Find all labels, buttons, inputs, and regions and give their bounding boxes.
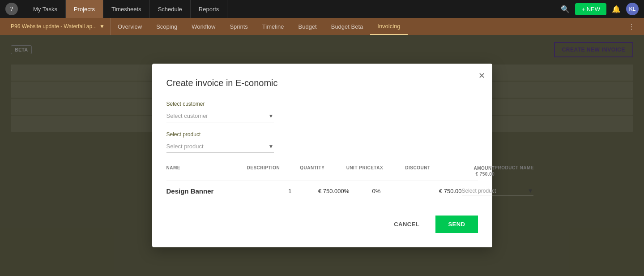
customer-label: Select customer [166,101,478,107]
row-amount: € 750.00 [413,188,462,194]
col-description: DESCRIPTION [247,165,280,177]
modal-overlay: ✕ Create invoice in E-conomic Select cus… [0,35,644,276]
logo-icon: ? [10,6,13,12]
close-button[interactable]: ✕ [478,71,485,81]
notifications-icon[interactable]: 🔔 [612,5,621,13]
chevron-down-icon: ▼ [528,187,533,194]
search-icon[interactable]: 🔍 [561,5,570,13]
nav-items: My Tasks Projects Timesheets Schedule Re… [25,0,561,18]
nav-item-my-tasks[interactable]: My Tasks [25,0,66,18]
send-button[interactable]: SEND [435,216,478,233]
sub-nav-tabs: Overview Scoping Workflow Sprints Timeli… [111,18,624,35]
tab-scoping[interactable]: Scoping [149,18,184,35]
row-unit-price: € 750.00 [292,188,341,194]
col-tax: TAX [374,165,405,177]
customer-form-group: Select customer Select customer ▼ [166,101,478,122]
tab-overview[interactable]: Overview [111,18,149,35]
chevron-down-icon: ▼ [99,23,105,30]
modal-title: Create invoice in E-conomic [166,78,478,88]
col-unit-price: UNIT PRICE [324,165,374,177]
cancel-button[interactable]: CANCEL [385,216,428,233]
col-product-name: PRODUCT NAME [495,165,566,177]
tab-budget[interactable]: Budget [291,18,324,35]
table-row: Design Banner 1 € 750.00 0% 0 [166,181,478,201]
col-discount: DISCOUNT [405,165,445,177]
more-options-icon[interactable]: ⋮ [624,22,639,31]
tab-budget-beta[interactable]: Budget Beta [324,18,371,35]
col-amount: AMOUNT € 750.00 [445,165,495,177]
product-select[interactable]: Select product ▼ [166,140,274,153]
create-invoice-modal: ✕ Create invoice in E-conomic Select cus… [152,64,492,247]
tab-timeline[interactable]: Timeline [255,18,291,35]
nav-item-projects[interactable]: Projects [66,0,103,18]
new-button[interactable]: + NEW [575,3,606,15]
app-logo[interactable]: ? [5,3,18,15]
product-label: Select product [166,131,478,138]
row-quantity: 1 [247,188,292,194]
col-name: NAME [166,165,247,177]
invoice-table: NAME DESCRIPTION QUANTITY UNIT PRICE TAX [166,162,478,201]
project-selector[interactable]: P96 Website update - Waterfall ap... ▼ [5,18,111,35]
main-area: BETA CREATE NEW INVOICE ✕ Create invoice… [0,35,644,276]
tab-sprints[interactable]: Sprints [222,18,255,35]
row-tax: 0% [341,188,372,194]
row-product-select[interactable]: Select product ▼ [462,186,533,195]
tab-workflow[interactable]: Workflow [184,18,222,35]
tab-invoicing[interactable]: Invoicing [370,18,407,35]
top-navigation: ? My Tasks Projects Timesheets Schedule … [0,0,644,18]
modal-footer: CANCEL SEND [166,216,478,233]
row-discount: 0% [372,188,413,194]
row-name: Design Banner [166,187,247,195]
chevron-down-icon: ▼ [269,113,274,119]
avatar[interactable]: KL [626,3,639,15]
nav-item-reports[interactable]: Reports [191,0,228,18]
customer-select[interactable]: Select customer ▼ [166,110,274,122]
nav-item-schedule[interactable]: Schedule [150,0,191,18]
nav-right: 🔍 + NEW 🔔 KL [561,3,639,15]
product-form-group: Select product Select product ▼ [166,131,478,153]
col-quantity: QUANTITY [280,165,324,177]
nav-item-timesheets[interactable]: Timesheets [103,0,150,18]
row-product-dropdown[interactable]: Select product ▼ [462,186,533,195]
table-header: NAME DESCRIPTION QUANTITY UNIT PRICE TAX [166,162,478,181]
chevron-down-icon: ▼ [269,143,274,150]
sub-navigation: P96 Website update - Waterfall ap... ▼ O… [0,18,644,35]
